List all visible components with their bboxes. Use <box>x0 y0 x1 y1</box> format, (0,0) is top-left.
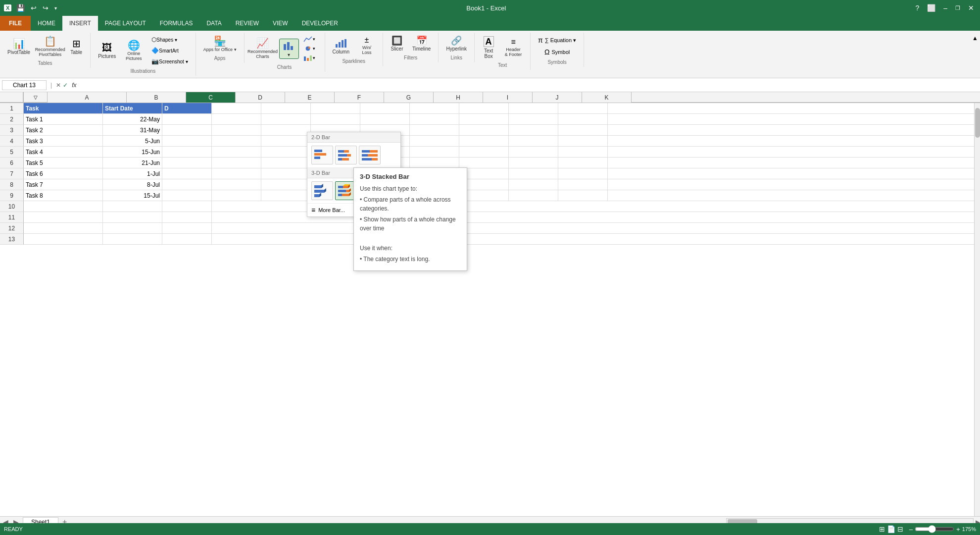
cell-a6[interactable]: Task 5 <box>24 158 103 168</box>
recommended-pivot-tables-button[interactable]: 📋 Recommended PivotTables <box>36 35 64 58</box>
row-header-13[interactable]: 13 <box>0 234 24 245</box>
tab-page-layout[interactable]: PAGE LAYOUT <box>98 16 153 31</box>
cell-j1[interactable] <box>509 103 558 114</box>
page-layout-view-button[interactable]: 📄 <box>887 525 895 533</box>
table-button[interactable]: ⊞ Table <box>66 37 86 56</box>
cell-f2[interactable] <box>311 114 360 125</box>
col-header-h[interactable]: H <box>434 92 483 103</box>
cell-h1[interactable] <box>410 103 459 114</box>
cell-a11[interactable] <box>24 212 103 223</box>
cell-k8[interactable] <box>558 179 608 190</box>
cell-d6[interactable] <box>212 158 261 168</box>
cell-a5[interactable]: Task 4 <box>24 147 103 158</box>
col-header-k[interactable]: K <box>582 92 632 103</box>
recommended-charts-button[interactable]: 📈 Recommended Charts <box>248 37 277 60</box>
cell-c10[interactable] <box>162 201 212 212</box>
symbol-button[interactable]: Ω Symbol <box>541 47 573 57</box>
clustered-bar-3d-button[interactable] <box>311 181 333 200</box>
cell-d7[interactable] <box>212 168 261 179</box>
cell-e9[interactable] <box>261 190 311 201</box>
cell-j2[interactable] <box>509 114 558 125</box>
cell-c12[interactable] <box>162 223 212 234</box>
equation-button[interactable]: π ∑ Equation ▾ <box>535 35 580 46</box>
cell-a8[interactable]: Task 7 <box>24 179 103 190</box>
pictures-button[interactable]: 🖼 Pictures <box>95 41 119 60</box>
row-header-4[interactable]: 4 <box>0 136 24 147</box>
cell-b13[interactable] <box>103 234 162 245</box>
row-header-3[interactable]: 3 <box>0 125 24 136</box>
cell-h3[interactable] <box>410 125 459 136</box>
save-button[interactable]: 💾 <box>14 3 27 13</box>
column-sparkline-button[interactable]: Column <box>329 36 353 56</box>
cell-b5[interactable]: 15-Jun <box>103 147 162 158</box>
col-header-b[interactable]: B <box>127 92 186 103</box>
col-header-c[interactable]: C <box>186 92 236 103</box>
cell-k6[interactable] <box>558 158 608 168</box>
zoom-in-button[interactable]: + <box>956 526 960 533</box>
100pct-bar-2d-button[interactable] <box>359 146 381 164</box>
row-header-1[interactable]: 1 <box>0 103 24 114</box>
row-header-11[interactable]: 11 <box>0 212 24 223</box>
bar-chart-button[interactable]: ▾ <box>279 39 299 59</box>
timeline-button[interactable]: 📅 Timeline <box>409 35 434 53</box>
tab-data[interactable]: DATA <box>199 16 228 31</box>
cell-e6[interactable] <box>261 158 311 168</box>
col-header-j[interactable]: J <box>533 92 582 103</box>
minimize-button[interactable]: – <box>941 3 949 13</box>
cell-i5[interactable] <box>459 147 509 158</box>
cell-j7[interactable] <box>509 168 558 179</box>
row-header-7[interactable]: 7 <box>0 168 24 179</box>
maximize-button[interactable]: ❐ <box>953 4 962 12</box>
cell-c13[interactable] <box>162 234 212 245</box>
cell-d9[interactable] <box>212 190 261 201</box>
cell-c4[interactable] <box>162 136 212 147</box>
cell-d8[interactable] <box>212 179 261 190</box>
cell-b7[interactable]: 1-Jul <box>103 168 162 179</box>
restore-ribbon-button[interactable]: ⬜ <box>925 3 937 13</box>
cell-e5[interactable] <box>261 147 311 158</box>
pie-chart-button[interactable]: ▾ <box>301 44 321 53</box>
cell-d4[interactable] <box>212 136 261 147</box>
cell-a13[interactable] <box>24 234 103 245</box>
row-header-6[interactable]: 6 <box>0 158 24 168</box>
line-chart-button[interactable]: ▾ <box>301 35 321 44</box>
cell-b11[interactable] <box>103 212 162 223</box>
hyperlink-button[interactable]: 🔗 Hyperlink <box>442 35 470 53</box>
cell-j5[interactable] <box>509 147 558 158</box>
zoom-out-button[interactable]: – <box>909 526 913 533</box>
cell-a7[interactable]: Task 6 <box>24 168 103 179</box>
cell-b2[interactable]: 22-May <box>103 114 162 125</box>
cell-d1[interactable] <box>212 103 261 114</box>
win-loss-button[interactable]: ± Win/ Loss <box>355 35 379 56</box>
cell-i6[interactable] <box>459 158 509 168</box>
cell-h5[interactable] <box>410 147 459 158</box>
cell-a1[interactable]: Task <box>24 103 103 114</box>
apps-for-office-button[interactable]: 🏪 Apps for Office ▾ <box>200 35 240 54</box>
tab-view[interactable]: VIEW <box>266 16 295 31</box>
tab-insert[interactable]: INSERT <box>62 16 98 31</box>
cell-b1[interactable]: Start Date <box>103 103 162 114</box>
cell-e3[interactable] <box>261 125 311 136</box>
customize-qa-button[interactable]: ▾ <box>52 4 59 12</box>
cell-b12[interactable] <box>103 223 162 234</box>
row-header-12[interactable]: 12 <box>0 223 24 234</box>
cell-b10[interactable] <box>103 201 162 212</box>
cell-g2[interactable] <box>360 114 410 125</box>
cell-k9[interactable] <box>558 190 608 201</box>
zoom-slider[interactable] <box>915 525 954 533</box>
cell-c1[interactable]: D <box>162 103 212 114</box>
clustered-bar-2d-button[interactable] <box>311 146 333 164</box>
close-button[interactable]: ✕ <box>966 3 976 13</box>
cell-h6[interactable] <box>410 158 459 168</box>
col-header-a[interactable]: A <box>48 92 127 103</box>
cell-c3[interactable] <box>162 125 212 136</box>
cancel-formula-icon[interactable]: ✕ <box>56 82 61 89</box>
cell-i1[interactable] <box>459 103 509 114</box>
help-button[interactable]: ? <box>913 3 921 13</box>
cell-b9[interactable]: 15-Jul <box>103 190 162 201</box>
cell-i3[interactable] <box>459 125 509 136</box>
vertical-scrollbar[interactable] <box>974 103 980 516</box>
undo-button[interactable]: ↩ <box>29 3 39 13</box>
cell-d2[interactable] <box>212 114 261 125</box>
cell-d3[interactable] <box>212 125 261 136</box>
